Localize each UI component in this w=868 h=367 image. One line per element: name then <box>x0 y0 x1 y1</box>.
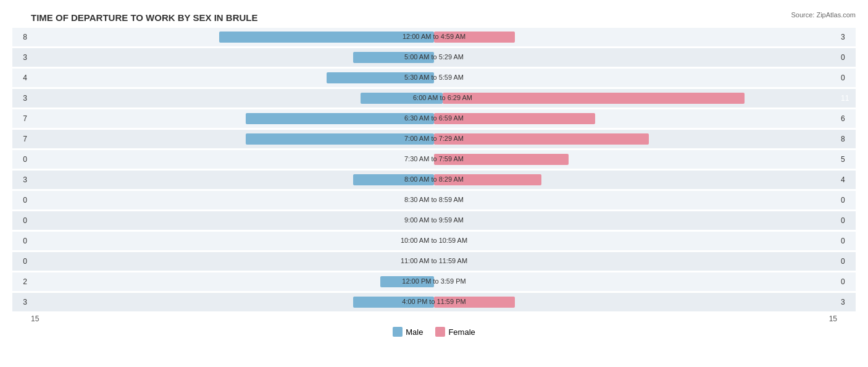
right-bar-container <box>434 113 837 124</box>
female-value: 3 <box>837 33 856 41</box>
male-bar <box>353 297 434 308</box>
male-value: 3 <box>12 53 31 62</box>
left-bar-container <box>31 195 434 206</box>
bottom-axis: 15 15 <box>12 313 856 323</box>
table-row: 010:00 AM to 10:59 AM0 <box>12 232 856 250</box>
male-value: 0 <box>12 237 31 245</box>
right-bar-container <box>434 297 837 308</box>
bars-section: 7:00 AM to 7:29 AM <box>31 130 837 148</box>
legend-male-box <box>393 327 403 337</box>
female-value: 0 <box>837 257 856 266</box>
male-bar <box>219 32 434 43</box>
female-value: 3 <box>837 298 856 306</box>
axis-left: 15 <box>31 314 39 323</box>
female-value: 8 <box>837 135 856 143</box>
left-bar-container <box>31 215 434 226</box>
left-bar-container <box>31 154 434 165</box>
legend-female: Female <box>435 327 475 337</box>
table-row: 812:00 AM to 4:59 AM3 <box>12 28 856 46</box>
right-bar-container <box>434 32 837 43</box>
left-bar-container <box>31 133 434 145</box>
source-text: Source: ZipAtlas.com <box>791 11 856 19</box>
table-row: 38:00 AM to 8:29 AM4 <box>12 171 856 189</box>
rows-wrapper: 812:00 AM to 4:59 AM335:00 AM to 5:29 AM… <box>12 28 856 313</box>
bars-section: 12:00 AM to 4:59 AM <box>31 28 837 46</box>
right-bar-container <box>434 276 837 287</box>
female-bar <box>434 133 649 145</box>
female-value: 11 <box>837 94 856 103</box>
male-bar <box>246 133 434 145</box>
legend-male-label: Male <box>406 327 423 337</box>
male-value: 7 <box>12 135 31 143</box>
axis-right: 15 <box>829 314 837 323</box>
left-bar-container <box>31 297 434 308</box>
female-value: 0 <box>837 237 856 245</box>
male-bar <box>353 52 434 63</box>
female-bar <box>434 297 515 308</box>
male-value: 8 <box>12 33 31 41</box>
male-value: 0 <box>12 196 31 205</box>
table-row: 07:30 AM to 7:59 AM5 <box>12 150 856 169</box>
table-row: 08:30 AM to 8:59 AM0 <box>12 191 856 209</box>
male-bar <box>380 276 434 287</box>
chart-container: TIME OF DEPARTURE TO WORK BY SEX IN BRUL… <box>0 0 868 367</box>
female-bar <box>434 174 541 185</box>
table-row: 34:00 PM to 11:59 PM3 <box>12 293 856 311</box>
left-bar-container <box>31 235 434 247</box>
female-value: 0 <box>837 277 856 286</box>
legend: Male Female <box>12 327 856 337</box>
left-bar-container <box>31 256 434 267</box>
left-bar-container <box>31 93 443 104</box>
male-bar <box>361 93 443 104</box>
left-bar-container <box>31 276 434 287</box>
female-value: 0 <box>837 216 856 225</box>
female-bar <box>443 93 745 104</box>
female-value: 5 <box>837 155 856 164</box>
right-bar-container <box>434 133 837 145</box>
male-value: 7 <box>12 114 31 123</box>
right-bar-container <box>434 235 837 247</box>
right-bar-container <box>443 93 854 104</box>
bars-section: 4:00 PM to 11:59 PM <box>31 293 837 311</box>
legend-male: Male <box>393 327 423 337</box>
right-bar-container <box>434 256 837 267</box>
left-bar-container <box>31 113 434 124</box>
bars-section: 8:30 AM to 8:59 AM <box>31 191 837 209</box>
legend-female-box <box>435 327 445 337</box>
left-bar-container <box>31 52 434 63</box>
bars-section: 10:00 AM to 10:59 AM <box>31 232 837 250</box>
male-value: 0 <box>12 257 31 266</box>
female-value: 0 <box>837 196 856 205</box>
male-value: 3 <box>12 298 31 306</box>
male-value: 4 <box>12 74 31 82</box>
table-row: 09:00 AM to 9:59 AM0 <box>12 211 856 230</box>
right-bar-container <box>434 174 837 185</box>
table-row: 36:00 AM to 6:29 AM11 <box>12 89 856 108</box>
bars-section: 8:00 AM to 8:29 AM <box>31 171 837 189</box>
right-bar-container <box>434 154 837 165</box>
male-value: 0 <box>12 216 31 225</box>
female-value: 4 <box>837 175 856 184</box>
bars-section: 9:00 AM to 9:59 AM <box>31 211 837 230</box>
female-bar <box>434 32 515 43</box>
right-bar-container <box>434 215 837 226</box>
right-bar-container <box>434 52 837 63</box>
bars-section: 12:00 PM to 3:59 PM <box>31 272 837 291</box>
bars-section: 5:30 AM to 5:59 AM <box>31 69 837 87</box>
table-row: 35:00 AM to 5:29 AM0 <box>12 48 856 67</box>
female-bar <box>434 154 569 165</box>
male-bar <box>327 72 434 83</box>
table-row: 212:00 PM to 3:59 PM0 <box>12 272 856 291</box>
female-value: 6 <box>837 114 856 123</box>
table-row: 77:00 AM to 7:29 AM8 <box>12 130 856 148</box>
table-row: 011:00 AM to 11:59 AM0 <box>12 252 856 271</box>
bars-section: 11:00 AM to 11:59 AM <box>31 252 837 271</box>
table-row: 76:30 AM to 6:59 AM6 <box>12 109 856 128</box>
male-value: 2 <box>12 277 31 286</box>
female-value: 0 <box>837 53 856 62</box>
right-bar-container <box>434 72 837 83</box>
bars-section: 7:30 AM to 7:59 AM <box>31 150 837 169</box>
male-bar <box>353 174 434 185</box>
left-bar-container <box>31 32 434 43</box>
left-bar-container <box>31 174 434 185</box>
